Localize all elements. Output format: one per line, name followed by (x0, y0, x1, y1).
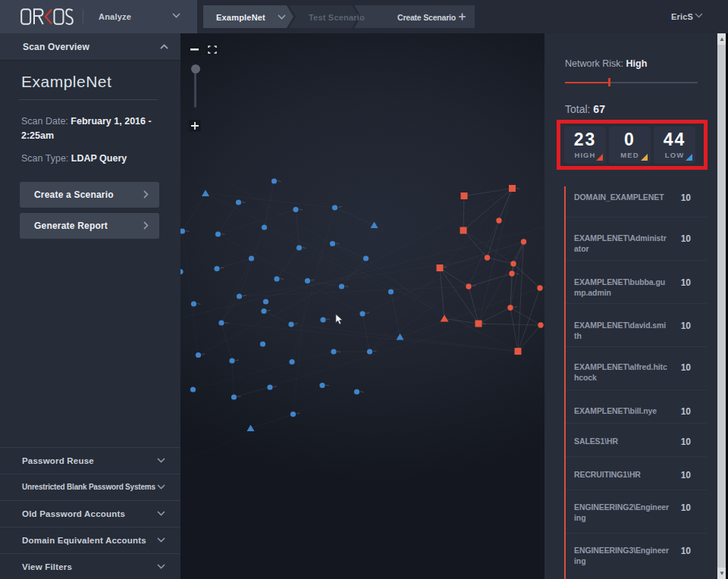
svg-text:ExampleNet: ExampleNet (216, 13, 265, 22)
svg-text:Test Scenario: Test Scenario (309, 13, 365, 22)
svg-text:Create Scenario: Create Scenario (397, 13, 456, 22)
